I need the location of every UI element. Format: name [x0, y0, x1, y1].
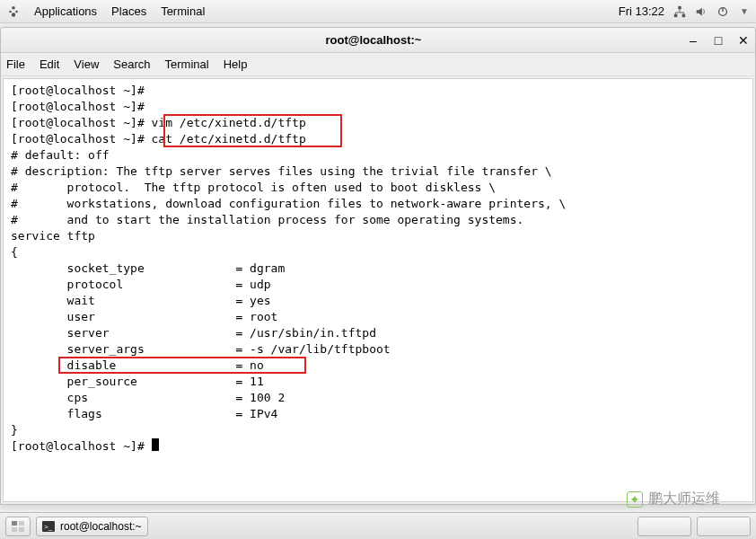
menu-edit[interactable]: Edit [40, 57, 59, 71]
svg-point-0 [12, 5, 15, 9]
maximize-button[interactable]: □ [712, 34, 725, 47]
minimize-button[interactable]: – [687, 34, 699, 47]
menu-search[interactable]: Search [113, 57, 150, 71]
taskbar-blank-2[interactable] [697, 517, 751, 536]
svg-rect-4 [678, 5, 681, 9]
taskbar-item-terminal[interactable]: >_ root@localhost:~ [36, 517, 148, 536]
top-panel: Applications Places Terminal Fri 13:22 ▼ [0, 0, 756, 23]
network-icon[interactable] [673, 5, 686, 18]
power-icon[interactable] [716, 5, 729, 18]
svg-rect-10 [19, 521, 24, 526]
titlebar[interactable]: root@localhost:~ – □ ✕ [1, 28, 755, 53]
volume-icon[interactable] [695, 5, 708, 18]
svg-rect-9 [12, 521, 17, 526]
svg-rect-6 [682, 13, 686, 17]
menu-applications[interactable]: Applications [34, 4, 97, 18]
chevron-down-icon[interactable]: ▼ [740, 6, 749, 16]
gnome-logo-icon [7, 5, 20, 18]
terminal-window: root@localhost:~ – □ ✕ File Edit View Se… [0, 27, 756, 505]
taskbar-blank-1[interactable] [637, 517, 691, 536]
menu-places[interactable]: Places [111, 4, 146, 18]
menu-terminal[interactable]: Terminal [165, 57, 209, 71]
menu-file[interactable]: File [6, 57, 25, 71]
svg-text:>_: >_ [44, 523, 53, 531]
menu-help[interactable]: Help [224, 57, 248, 71]
window-title: root@localhost:~ [60, 33, 687, 47]
close-button[interactable]: ✕ [737, 34, 750, 47]
workspace-switcher-button[interactable] [5, 517, 31, 536]
menu-terminal[interactable]: Terminal [161, 4, 205, 18]
terminal-cursor [152, 438, 159, 451]
taskbar: >_ root@localhost:~ [0, 512, 756, 539]
terminal-output[interactable]: [root@localhost ~]#[root@localhost ~]#[r… [3, 78, 753, 502]
svg-point-2 [15, 10, 18, 13]
menu-view[interactable]: View [74, 57, 99, 71]
svg-point-3 [12, 13, 15, 16]
clock[interactable]: Fri 13:22 [619, 4, 664, 18]
svg-rect-5 [674, 13, 678, 17]
svg-point-1 [9, 10, 12, 13]
svg-rect-12 [19, 527, 24, 532]
menubar: File Edit View Search Terminal Help [1, 53, 755, 76]
svg-rect-11 [12, 527, 17, 532]
